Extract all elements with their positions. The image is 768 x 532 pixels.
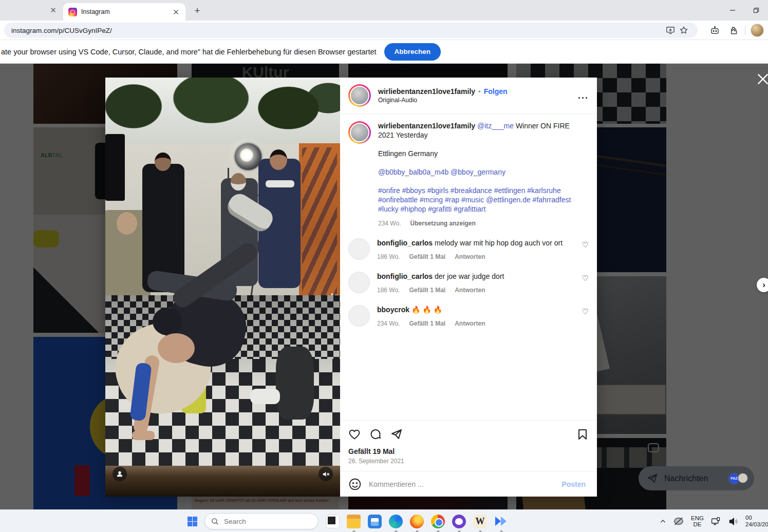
comment-reply-button[interactable]: Antworten <box>455 286 485 295</box>
windows-taskbar: W ENGDE 0024/03/20 <box>0 509 768 532</box>
audio-label[interactable]: Original-Audio <box>378 97 508 104</box>
share-button[interactable] <box>390 428 403 441</box>
tray-network-icon[interactable] <box>710 516 721 527</box>
caption-avatar-image <box>350 123 369 142</box>
robot-extension-icon[interactable] <box>708 24 721 37</box>
taskbar-search[interactable] <box>204 513 319 529</box>
spectator-head <box>270 149 287 170</box>
trash-bag <box>276 347 314 420</box>
post-date: 26. September 2021 <box>348 458 589 465</box>
taskbar-microsoft-store[interactable] <box>368 515 382 528</box>
commenter-username[interactable]: bonfiglio_carlos <box>377 272 433 280</box>
send-to-device-icon[interactable] <box>664 24 677 37</box>
cancel-debugging-button[interactable]: Abbrechen <box>384 43 441 61</box>
caption-line-1: wirliebentanzen1love1family @itz___me Wi… <box>378 121 573 140</box>
commenter-username[interactable]: bboycrok <box>377 306 409 314</box>
new-tab-button[interactable]: + <box>191 5 203 17</box>
browser-profile-avatar[interactable] <box>751 24 764 37</box>
post-comment-button[interactable]: Posten <box>558 480 589 489</box>
tray-clock[interactable]: 0024/03/20 <box>745 515 768 528</box>
browser-tab-instagram[interactable]: Instagram ✕ <box>63 3 185 21</box>
commenter-avatar[interactable] <box>348 238 370 260</box>
comment-text: melody war mit hip hop dog auch vor ort <box>435 239 563 247</box>
next-post-button[interactable]: › <box>757 278 768 292</box>
taskbar-firefox[interactable] <box>410 515 424 528</box>
comment-like-button[interactable]: ♡ <box>582 305 589 328</box>
comment-button[interactable] <box>369 428 382 441</box>
chevron-up-icon <box>660 518 666 525</box>
taskbar-github[interactable] <box>452 515 466 528</box>
follow-button[interactable]: Folgen <box>484 87 508 96</box>
browser-tab-1[interactable]: ✕ <box>0 0 62 21</box>
window-minimize-button[interactable] <box>721 0 744 21</box>
emoji-button[interactable] <box>348 478 362 491</box>
tray-show-hidden-icons[interactable] <box>660 518 666 525</box>
mention-links[interactable]: @b0bby_balb0a_m4b @bboy_germany <box>378 168 505 176</box>
window-restore-button[interactable] <box>744 0 768 21</box>
author-username[interactable]: wirliebentanzen1love1family <box>378 87 475 96</box>
taskbar-file-explorer[interactable] <box>347 515 361 528</box>
taskbar-arrow-app[interactable] <box>494 515 508 528</box>
messages-avatars: PAZ <box>728 473 748 484</box>
taskbar-chrome[interactable] <box>431 515 445 528</box>
like-count[interactable]: Gefällt 19 Mal <box>348 447 589 455</box>
caption-mention-link[interactable]: @itz___me <box>477 122 514 130</box>
caption-username[interactable]: wirliebentanzen1love1family <box>378 122 475 130</box>
taskbar-w-app[interactable]: W <box>473 515 487 528</box>
comment-age: 186 Wo. <box>377 252 400 261</box>
comment-age: 186 Wo. <box>377 286 400 295</box>
modal-close-button[interactable] <box>756 72 768 86</box>
caption-meta: 234 Wo.Übersetzung anzeigen <box>378 219 573 228</box>
speaker-icon <box>728 516 739 527</box>
messages-label: Nachrichten <box>664 474 708 483</box>
taskbar-app-widgets[interactable] <box>326 515 340 528</box>
comments-scroll-area[interactable]: wirliebentanzen1love1family @itz___me Wi… <box>340 114 597 420</box>
like-button[interactable] <box>348 428 361 441</box>
comment-like-button[interactable]: ♡ <box>582 272 589 295</box>
post-options-button[interactable]: ... <box>578 90 589 101</box>
url-bar[interactable]: instagram.com/p/CUSvGynIPeZ/ <box>4 23 698 38</box>
comment-reply-button[interactable]: Antworten <box>455 319 485 328</box>
white-sneaker <box>250 389 280 404</box>
post-video[interactable]: ALBTAL Style <box>105 78 340 497</box>
tray-hidden-app-icon[interactable] <box>673 516 684 527</box>
instagram-page: KUltur ALBTAL GERÄT SENSIT Beginn: 16 <box>0 64 768 509</box>
save-button[interactable] <box>576 428 589 441</box>
bookmark-star-icon[interactable] <box>677 24 690 37</box>
caption-avatar[interactable] <box>348 121 371 144</box>
caption-hashtags: #onfire #bboys #bgirls #breakdance #ettl… <box>378 186 573 214</box>
stage-edge <box>105 466 340 497</box>
start-button[interactable] <box>188 517 197 526</box>
taskbar-search-input[interactable] <box>223 517 300 526</box>
comment-row: bboycrok 🔥 🔥 🔥 234 Wo. Gefällt 1 Mal Ant… <box>348 305 589 328</box>
hashtag-links[interactable]: #onfire #bboys #bgirls #breakdance #ettl… <box>378 186 571 213</box>
comment-like-count[interactable]: Gefällt 1 Mal <box>409 252 445 261</box>
comment-icon <box>369 428 382 441</box>
messages-pill[interactable]: Nachrichten PAZ <box>639 466 754 490</box>
tagged-people-button[interactable] <box>113 467 127 481</box>
comment-reply-button[interactable]: Antworten <box>455 252 485 261</box>
chevron-right-icon: › <box>762 280 765 290</box>
post-modal: ALBTAL Style <box>105 78 597 497</box>
tab-close-icon[interactable]: ✕ <box>49 6 58 14</box>
spectator-head <box>117 212 137 235</box>
show-translation-button[interactable]: Übersetzung anzeigen <box>410 220 475 227</box>
extensions-puzzle-icon[interactable] <box>726 24 740 37</box>
commenter-avatar[interactable] <box>348 272 370 293</box>
commenter-username[interactable]: bonfiglio_carlos <box>377 239 433 247</box>
comment-like-button[interactable]: ♡ <box>582 238 589 261</box>
infobar-message: ate your browser using VS Code, Cursor, … <box>1 48 377 56</box>
dancer-chest <box>158 333 195 363</box>
caption-mentions: @b0bby_balb0a_m4b @bboy_germany <box>378 167 573 177</box>
tray-volume-icon[interactable] <box>728 516 739 527</box>
commenter-avatar[interactable] <box>348 305 370 327</box>
comment-like-count[interactable]: Gefällt 1 Mal <box>409 286 445 295</box>
tab-close-icon[interactable]: ✕ <box>172 8 180 16</box>
taskbar-edge[interactable] <box>389 515 403 528</box>
comment-input[interactable] <box>368 480 552 489</box>
comment-like-count[interactable]: Gefällt 1 Mal <box>409 319 445 328</box>
author-avatar[interactable] <box>348 84 371 107</box>
tray-language[interactable]: ENGDE <box>691 515 704 527</box>
comment-list: bonfiglio_carlos melody war mit hip hop … <box>348 238 589 328</box>
mute-button[interactable] <box>319 467 333 481</box>
